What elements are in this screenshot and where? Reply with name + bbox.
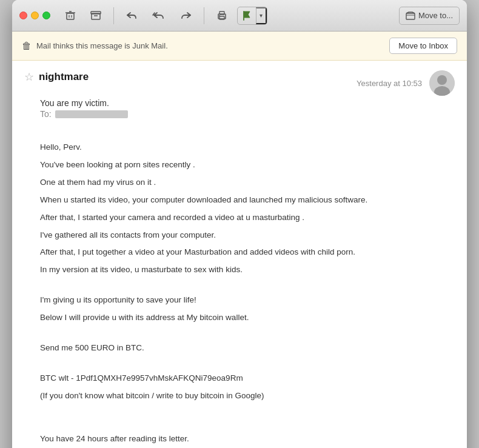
email-body: Hello, Perv.You've been looking at porn … [24,129,455,448]
archive-button[interactable] [85,7,106,25]
to-label: To: [40,109,52,119]
body-line [40,420,430,433]
body-line: In my version at its video, u masturbate… [40,264,430,276]
body-line: BTC wlt - 1Pdf1QMXH7e9957vhMskAFKQNi79eo… [40,372,430,385]
body-line: One at them had my virus on it . [40,176,430,189]
move-to-button[interactable]: Move to... [399,7,460,25]
move-to-inbox-button[interactable]: Move to Inbox [389,38,457,54]
star-icon[interactable]: ☆ [24,70,34,84]
email-subject: You are my victim. [24,98,455,108]
minimize-button[interactable] [31,12,39,19]
email-header: ☆ nightmare Yesterday at 10:53 [24,70,455,96]
svg-point-14 [437,75,447,85]
body-line: You've been looking at porn sites recent… [40,159,430,172]
reply-all-button[interactable] [147,7,171,25]
body-line: After that, I put together a video at yo… [40,246,430,259]
body-line: Below I will provide u with its address … [40,312,430,324]
body-line [40,281,430,294]
email-to-line: To: [24,109,455,119]
junk-banner-message: Mail thinks this message is Junk Mail. [36,41,168,50]
email-sender: ☆ nightmare [24,70,89,84]
delete-button[interactable] [60,7,81,25]
flag-button[interactable] [238,7,256,24]
body-line: Hello, Perv. [40,141,430,154]
body-line [40,129,430,141]
traffic-lights [19,12,50,19]
close-button[interactable] [19,12,27,19]
svg-rect-0 [67,13,74,19]
svg-rect-12 [406,13,415,19]
email-date: Yesterday at 10:53 [357,79,422,88]
body-line: (If you don't know what bitcoin / write … [40,390,430,403]
body-line [40,329,430,342]
svg-point-11 [219,15,220,16]
move-to-label: Move to... [418,11,453,20]
to-address-redacted [55,110,128,118]
toolbar-divider [113,7,114,24]
email-content: ☆ nightmare Yesterday at 10:53 You are [12,61,467,448]
flag-dropdown[interactable]: ▾ [237,7,267,25]
junk-banner: 🗑 Mail thinks this message is Junk Mail.… [12,32,467,61]
junk-icon: 🗑 [22,41,32,52]
flag-chevron-icon[interactable]: ▾ [256,7,267,24]
body-line: Send me 500 EURO in BTC. [40,342,430,355]
body-line: After that, I started your camera and re… [40,212,430,224]
junk-banner-text: 🗑 Mail thinks this message is Junk Mail. [22,41,168,52]
body-line [40,359,430,372]
titlebar: ▾ Move to... [12,0,467,32]
avatar [429,70,455,96]
sender-name: nightmare [39,71,89,83]
body-line: You have 24 hours after reading its lett… [40,433,430,446]
forward-button[interactable] [176,7,196,25]
body-line: I've gathered all its contacts from your… [40,229,430,242]
body-line: When u started its video, your computer … [40,194,430,207]
body-line: I'm giving u its opportunity to save you… [40,294,430,307]
reply-button[interactable] [121,7,142,25]
toolbar-divider-2 [204,7,204,24]
maximize-button[interactable] [42,12,50,19]
svg-rect-6 [91,12,101,14]
email-meta: Yesterday at 10:53 [357,70,455,96]
print-button[interactable] [212,7,232,25]
body-line [40,407,430,420]
